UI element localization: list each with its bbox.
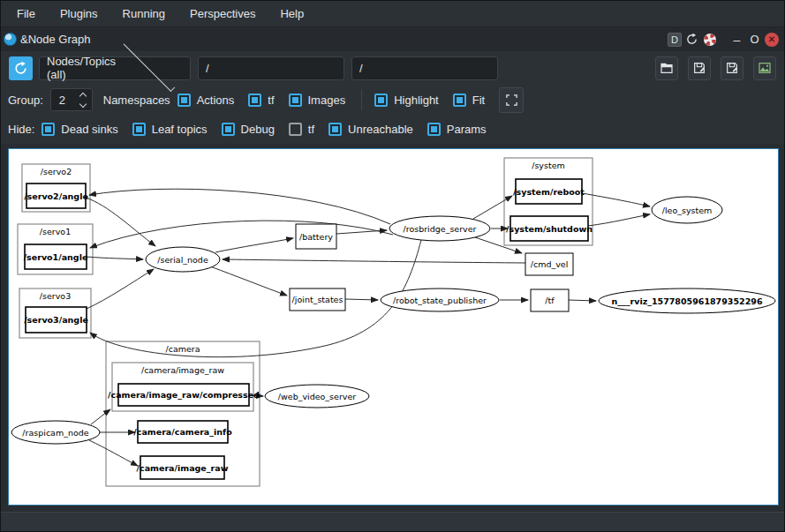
graph-battery-topic[interactable]: /battery [296, 224, 336, 249]
graph-system-shutdown-topic[interactable]: /system/shutdown [506, 216, 593, 241]
help-button[interactable] [702, 32, 717, 47]
svg-text:/tf: /tf [545, 296, 555, 305]
checkbox-icon[interactable] [177, 94, 191, 107]
checkbox-fit[interactable]: Fit [453, 94, 485, 107]
float-window-button[interactable] [684, 32, 699, 47]
graph-leo-system-node[interactable]: /leo_system [652, 197, 722, 223]
graph-joint-states-topic[interactable]: /joint_states [290, 288, 345, 311]
graph-type-select[interactable]: Nodes/Topics (all) [39, 56, 191, 80]
checkbox-leaf-topics[interactable]: Leaf topics [132, 123, 208, 136]
graph-n-rviz-1577805961879352296-node[interactable]: n___rviz_1577805961879352296 [599, 288, 775, 313]
checkbox-label: Images [308, 94, 346, 107]
checkbox-icon[interactable] [248, 94, 261, 107]
svg-text:/servo1/angle: /servo1/angle [24, 252, 88, 262]
graph-servo1-angle-topic[interactable]: /servo1/angle [24, 244, 88, 269]
graph-cmd-vel-topic[interactable]: /cmd_vel [525, 253, 573, 275]
graph-servo3-angle-topic[interactable]: /servo3/angle [24, 307, 88, 333]
svg-text:/servo3/angle: /servo3/angle [24, 315, 88, 325]
checkbox-params[interactable]: Params [427, 123, 487, 136]
checkbox-icon[interactable] [328, 123, 342, 136]
node-graph-icon [4, 33, 17, 46]
svg-text:/camera/camera_info: /camera/camera_info [133, 427, 232, 437]
edge-graph-rosbridge-server-to-graph-system-reboot [473, 196, 512, 219]
svg-text:/robot_state_publisher: /robot_state_publisher [393, 296, 487, 305]
checkbox-tf-hide[interactable]: tf [289, 123, 314, 136]
svg-text:/rosbridge_server: /rosbridge_server [404, 224, 477, 234]
graph-web-video-server-node[interactable]: /web_video_server [265, 385, 369, 408]
checkbox-icon[interactable] [42, 123, 55, 136]
svg-text:/servo2: /servo2 [41, 167, 72, 176]
svg-text:/cmd_vel: /cmd_vel [531, 259, 569, 269]
save-svg-button[interactable] [721, 56, 743, 80]
menu-plugins[interactable]: Plugins [48, 2, 110, 26]
edge-graph-joint-states-to-graph-robot-state-publisher [345, 299, 378, 300]
filter-input-left[interactable] [198, 56, 344, 80]
refresh-graph-button[interactable] [9, 56, 33, 80]
edge-graph-raspicam-node-to-graph-camera-image-raw [89, 440, 138, 466]
graph-canvas[interactable]: /servo2/servo1/servo3/system/camera/came… [8, 148, 779, 506]
svg-text:/servo2/angle: /servo2/angle [24, 191, 88, 201]
status-bar [1, 512, 784, 531]
menu-perspectives[interactable]: Perspectives [177, 2, 268, 26]
checkbox-unreachable[interactable]: Unreachable [328, 123, 413, 136]
graph-camera-camera-info-topic[interactable]: /camera/camera_info [133, 421, 232, 443]
graph-robot-state-publisher-node[interactable]: /robot_state_publisher [381, 288, 499, 311]
graph-tf-topic[interactable]: /tf [531, 289, 569, 311]
graph-servo2-angle-topic[interactable]: /servo2/angle [24, 184, 88, 208]
checkbox-icon[interactable] [289, 94, 302, 107]
checkbox-label: Leaf topics [152, 123, 208, 136]
checkbox-tf-group[interactable]: tf [248, 94, 274, 107]
menu-running[interactable]: Running [110, 2, 177, 26]
checkbox-icon[interactable] [222, 123, 235, 136]
load-dot-button[interactable] [655, 56, 678, 80]
graph-rosbridge-server-node[interactable]: /rosbridge_server [389, 216, 490, 241]
checkbox-images[interactable]: Images [289, 94, 346, 107]
dock-button[interactable]: D [668, 33, 682, 47]
svg-text:n___rviz_1577805961879352296: n___rviz_1577805961879352296 [611, 296, 762, 306]
edge-graph-serial-node-to-graph-battery [215, 238, 293, 252]
checkbox-dead-sinks[interactable]: Dead sinks [42, 123, 117, 136]
menu-help[interactable]: Help [268, 2, 316, 26]
graph-raspicam-node-node[interactable]: /raspicam_node [11, 421, 100, 444]
hide-row: Hide: Dead sinks Leaf topics Debug tf Un… [1, 115, 784, 144]
checkbox-icon[interactable] [427, 123, 441, 136]
minimize-button[interactable]: – [729, 32, 744, 47]
checkbox-icon[interactable] [374, 94, 388, 107]
checkbox-icon[interactable] [453, 94, 466, 107]
graph-camera-image-raw-compressed-topic[interactable]: /camera/image_raw/compressed [108, 384, 260, 406]
node-graph[interactable]: /servo2/servo1/servo3/system/camera/came… [9, 149, 778, 505]
graph-system-reboot-topic[interactable]: /system/reboot [513, 179, 585, 204]
checkbox-icon[interactable] [289, 123, 302, 136]
group-depth-spinner[interactable]: 2 [50, 88, 93, 111]
checkbox-label: Highlight [394, 94, 439, 107]
maximize-button[interactable]: O [747, 32, 762, 47]
close-button[interactable]: ✕ [765, 33, 779, 47]
spinner-arrows-icon[interactable] [80, 94, 92, 107]
graph-camera-image-raw-topic[interactable]: /camera/image_raw [137, 456, 229, 479]
checkbox-label: Actions [197, 94, 235, 107]
checkbox-highlight[interactable]: Highlight [374, 94, 439, 107]
checkbox-label: Unreachable [348, 123, 413, 136]
svg-text:/camera/image_raw: /camera/image_raw [141, 365, 224, 375]
fit-to-view-button[interactable] [499, 87, 524, 113]
fit-in-view-icon [505, 94, 518, 107]
svg-text:/system: /system [532, 161, 565, 170]
checkbox-label: Debug [241, 123, 275, 136]
save-image-button[interactable] [753, 56, 776, 80]
rqt-window: { "window": { "menu": ["File", "Plugins"… [0, 0, 785, 532]
edge-graph-cmd-vel-to-graph-serial-node [223, 259, 525, 263]
menu-file[interactable]: File [4, 2, 48, 26]
graph-serial-node-node[interactable]: /serial_node [146, 247, 220, 272]
edge-graph-servo1-angle-to-graph-serial-node [87, 257, 143, 259]
edge-graph-battery-to-graph-rosbridge-server [336, 230, 387, 234]
save-dot-button[interactable] [688, 56, 711, 80]
svg-text:/camera: /camera [165, 344, 200, 354]
plugin-titlebar: &Node Graph D – O ✕ [1, 27, 784, 51]
edge-graph-raspicam-node-to-graph-camera-image-raw-compressed [91, 409, 110, 424]
checkbox-actions[interactable]: Actions [177, 94, 235, 107]
checkbox-debug[interactable]: Debug [222, 123, 275, 136]
edge-graph-rosbridge-server-to-graph-servo1-angle [90, 221, 393, 248]
checkbox-icon[interactable] [132, 123, 146, 136]
filter-input-right[interactable] [351, 56, 498, 80]
checkbox-label: Fit [472, 94, 485, 107]
